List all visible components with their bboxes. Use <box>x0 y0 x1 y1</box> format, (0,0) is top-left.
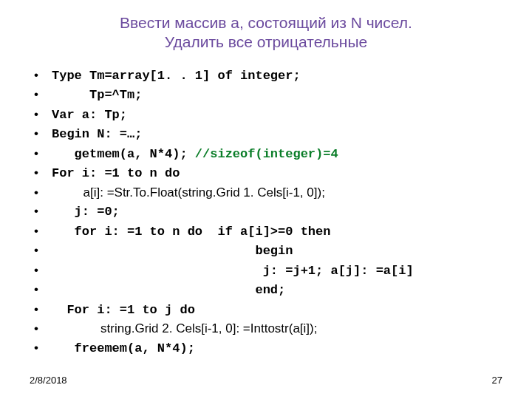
code-line: begin <box>34 241 502 261</box>
code-line: getmem(a, N*4); //sizeof(integer)=4 <box>34 144 502 164</box>
code-text: j: =0; <box>52 205 120 219</box>
footer-page-number: 27 <box>492 375 502 386</box>
code-text: Var a: Tp; <box>52 108 127 122</box>
code-text: For i: =1 to n do <box>52 166 180 180</box>
code-comment: //sizeof(integer)=4 <box>195 147 338 161</box>
code-line: end; <box>34 280 502 300</box>
code-line: For i: =1 to j do <box>34 300 502 320</box>
code-line: j: =0; <box>34 202 502 222</box>
code-line: freemem(a, N*4); <box>34 338 502 358</box>
code-line: For i: =1 to n do <box>34 163 502 183</box>
code-text: for i: =1 to n do if a[i]>=0 then <box>52 225 330 239</box>
code-block: Type Tm=array[1. . 1] of integer; Tp=^Tm… <box>30 66 502 358</box>
code-text: For i: =1 to j do <box>52 303 195 317</box>
code-text: Begin N: =…; <box>52 127 142 141</box>
code-line: string.Grid 2. Cels[i-1, 0]: =Inttostr(a… <box>34 319 502 338</box>
title-line-1: Ввести массив а, состоящий из N чисел. <box>120 14 412 31</box>
footer-date: 2/8/2018 <box>30 375 67 386</box>
code-text: a[i]: =Str.To.Float(string.Grid 1. Cels[… <box>52 185 325 200</box>
title-line-2: Удалить все отрицательные <box>165 33 367 50</box>
code-text: j: =j+1; a[j]: =a[i] <box>52 264 414 278</box>
code-text: end; <box>52 283 285 297</box>
code-line: Begin N: =…; <box>34 124 502 144</box>
code-line: Type Tm=array[1. . 1] of integer; <box>34 66 502 86</box>
code-text: getmem(a, N*4); <box>52 147 195 161</box>
code-line: for i: =1 to n do if a[i]>=0 then <box>34 222 502 242</box>
code-line: Var a: Tp; <box>34 105 502 125</box>
code-text: Tp=^Tm; <box>52 88 142 102</box>
slide-footer: 2/8/2018 27 <box>30 375 502 386</box>
code-line: j: =j+1; a[j]: =a[i] <box>34 261 502 281</box>
code-text: freemem(a, N*4); <box>52 341 195 355</box>
code-text: begin <box>52 244 293 258</box>
code-line: a[i]: =Str.To.Float(string.Grid 1. Cels[… <box>34 183 502 202</box>
code-text: Type Tm=array[1. . 1] of integer; <box>52 69 301 83</box>
slide-title: Ввести массив а, состоящий из N чисел. У… <box>30 13 502 52</box>
code-text: string.Grid 2. Cels[i-1, 0]: =Inttostr(a… <box>52 321 317 335</box>
code-line: Tp=^Tm; <box>34 85 502 105</box>
